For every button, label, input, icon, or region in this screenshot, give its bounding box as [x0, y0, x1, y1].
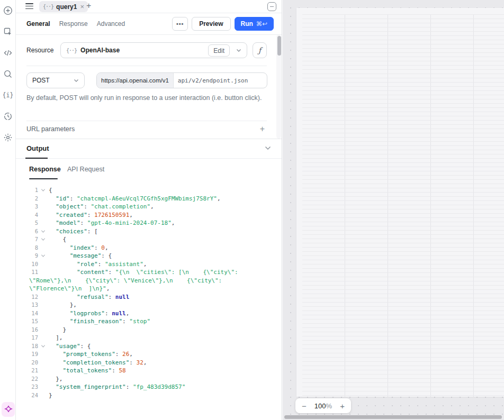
code-text: "total_tokens": 58 — [49, 367, 126, 375]
divider — [26, 66, 267, 66]
code-line: \"Rome\"},\n {\"city\": \"Venice\"},\n {… — [16, 277, 282, 285]
code-line: 24} — [16, 391, 282, 400]
fold-spacer — [40, 317, 46, 326]
zoom-out-button[interactable]: − — [302, 401, 307, 410]
settings-button[interactable] — [1, 130, 15, 145]
tab-response[interactable]: Response — [59, 20, 88, 28]
braces-icon: {··} — [43, 4, 53, 10]
select-icon — [3, 27, 13, 36]
line-number: 22 — [16, 375, 38, 384]
fold-toggle[interactable] — [40, 235, 46, 244]
new-query-button[interactable]: + — [86, 1, 91, 11]
base-url-prefix: https://api.openai.com/v1 — [97, 73, 174, 88]
history-button[interactable] — [1, 109, 15, 124]
line-number: 12 — [16, 293, 38, 302]
tab-advanced[interactable]: Advanced — [97, 20, 125, 28]
line-number: 20 — [16, 359, 38, 367]
code-line: 22 }, — [16, 375, 282, 384]
horizontal-scrollbar[interactable] — [284, 415, 502, 419]
fold-toggle[interactable] — [40, 252, 46, 260]
app-canvas-pane: − 100% + — [283, 0, 504, 420]
code-line: 6 "choices": [ — [16, 227, 282, 236]
code-text: "content": "{\n \"cities\": [\n {\"city\… — [49, 268, 238, 277]
code-text: "system_fingerprint": "fp_483d39d857" — [49, 383, 185, 391]
fold-spacer — [40, 367, 46, 375]
method-select[interactable]: POST — [26, 72, 85, 88]
search-button[interactable] — [1, 67, 15, 81]
fold-toggle[interactable] — [40, 227, 46, 236]
close-icon[interactable]: × — [80, 3, 84, 11]
fold-spacer — [40, 260, 46, 269]
code-text: "refusal": null — [49, 293, 129, 302]
fold-spacer — [40, 383, 46, 391]
code-text: } — [49, 326, 66, 334]
run-button[interactable]: Run ⌘↩ — [235, 17, 274, 31]
editor-action-bar: General Response Advanced ••• Preview Ru… — [16, 13, 282, 35]
resource-label: Resource — [26, 47, 53, 54]
line-number: 3 — [16, 203, 38, 211]
url-path-field[interactable]: api/v2/endpoint.json — [174, 73, 267, 88]
code-text: "role": "assistant", — [49, 260, 147, 269]
code-text: \"Rome\"},\n {\"city\": \"Venice\"},\n {… — [29, 277, 222, 285]
output-label[interactable]: Output — [26, 144, 49, 152]
resource-select[interactable]: {··} OpenAI-base Edit — [60, 42, 247, 58]
state-button[interactable]: {i} — [1, 88, 15, 103]
fold-spacer — [40, 359, 46, 367]
fold-toggle[interactable] — [40, 186, 46, 195]
add-button[interactable] — [1, 3, 15, 18]
more-options-button[interactable]: ••• — [172, 17, 188, 31]
line-number: 18 — [16, 342, 38, 351]
tab-output-api-request[interactable]: API Request — [67, 166, 104, 173]
code-icon — [3, 48, 13, 58]
percent-sign: % — [326, 402, 332, 410]
code-text: "model": "gpt-4o-mini-2024-07-18", — [49, 219, 175, 227]
line-number: 14 — [16, 309, 38, 318]
fold-spacer — [40, 301, 46, 309]
fold-spacer — [40, 350, 46, 359]
add-url-parameter-button[interactable]: + — [260, 124, 265, 134]
braces-icon: {··} — [66, 48, 77, 53]
query-editor-panel: {··} query1 × + General Response Advance… — [16, 0, 282, 420]
code-line: 18 "usage": { — [16, 342, 282, 351]
request-row: POST https://api.openai.com/v1 api/v2/en… — [16, 72, 282, 88]
canvas-grid — [302, 14, 504, 397]
tab-general[interactable]: General — [26, 20, 50, 28]
code-line: 21 "total_tokens": 58 — [16, 367, 282, 375]
line-number: 7 — [16, 235, 38, 244]
code-button[interactable] — [1, 45, 15, 60]
code-text: }, — [49, 301, 77, 309]
fold-spacer — [40, 334, 46, 342]
fold-toggle[interactable] — [40, 342, 46, 351]
query-tab[interactable]: {··} query1 × — [39, 1, 88, 12]
app-canvas-frame[interactable] — [296, 8, 504, 397]
preview-button[interactable]: Preview — [192, 17, 230, 31]
hamburger-menu-icon[interactable] — [25, 3, 33, 10]
code-text: "prompt_tokens": 26, — [49, 350, 133, 359]
chevron-down-icon — [236, 49, 241, 52]
url-input[interactable]: https://api.openai.com/v1 api/v2/endpoin… — [96, 72, 267, 88]
editor-tabs: General Response Advanced — [26, 13, 125, 34]
fold-spacer — [40, 391, 46, 400]
line-number: 1 — [16, 186, 38, 195]
fx-toggle-button[interactable]: ƒ — [253, 42, 267, 58]
code-text: "created": 1726150591, — [49, 211, 133, 220]
zoom-in-button[interactable]: + — [340, 401, 345, 410]
state-icon: {i} — [3, 90, 13, 100]
svg-text:{i}: {i} — [3, 92, 13, 99]
code-line: 10 "role": "assistant", — [16, 260, 282, 269]
scrollbar-thumb[interactable] — [277, 36, 281, 56]
code-line: 11 "content": "{\n \"cities\": [\n {\"ci… — [16, 268, 282, 277]
code-text: }, — [49, 375, 63, 384]
tab-output-response[interactable]: Response — [29, 166, 61, 173]
response-json-viewer[interactable]: 1{2 "id": "chatcmpl-A6euVcql7CGfh5xgFMWb… — [16, 183, 282, 420]
ai-assistant-button[interactable] — [2, 402, 15, 417]
select-tool-button[interactable] — [1, 24, 15, 39]
run-label: Run — [241, 20, 253, 28]
code-line: 9 "message": { — [16, 252, 282, 260]
collapse-output-chevron-icon[interactable] — [265, 146, 271, 150]
code-text: "id": "chatcmpl-A6euVcql7CGfh5xgFMWbimsj… — [49, 195, 221, 203]
line-number: 10 — [16, 260, 38, 269]
minimize-panel-button[interactable] — [267, 2, 276, 11]
edit-resource-button[interactable]: Edit — [208, 44, 230, 57]
fold-spacer — [40, 268, 46, 277]
